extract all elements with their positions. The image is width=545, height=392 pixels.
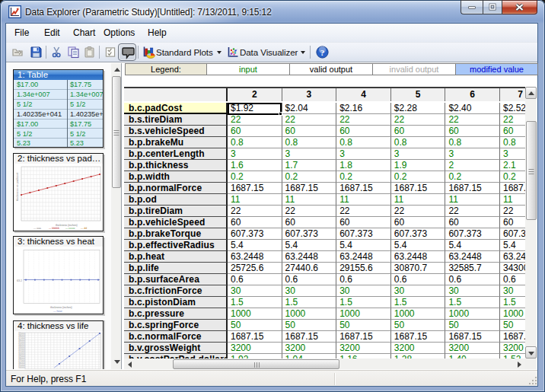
svg-text:— heat: — heat (53, 310, 62, 313)
svg-text:thickness (inches): thickness (inches) (50, 306, 72, 309)
svg-text:34000: 34000 (18, 366, 25, 369)
svg-text:thickness vs padcost: thickness vs padcost (15, 172, 19, 201)
svg-text:— bbbbb: — bbbbb (49, 227, 59, 230)
svg-text:— dd: — dd (81, 227, 87, 230)
svg-text:63.2: 63.2 (17, 279, 22, 282)
svg-text:?: ? (320, 48, 325, 57)
svg-text:— aaa: — aaa (33, 227, 41, 230)
svg-text:— ccccc: — ccccc (65, 227, 75, 230)
